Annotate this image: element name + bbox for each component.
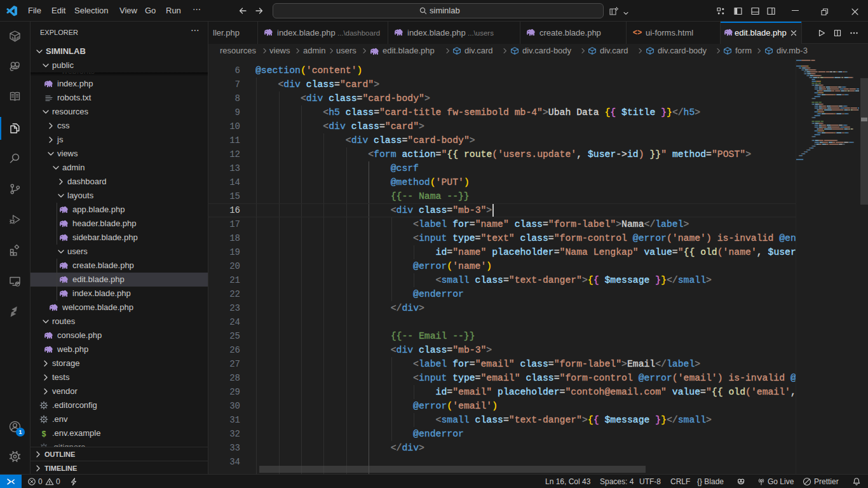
svg-text:$: $ <box>42 430 46 438</box>
svg-text:<>: <> <box>633 29 642 37</box>
